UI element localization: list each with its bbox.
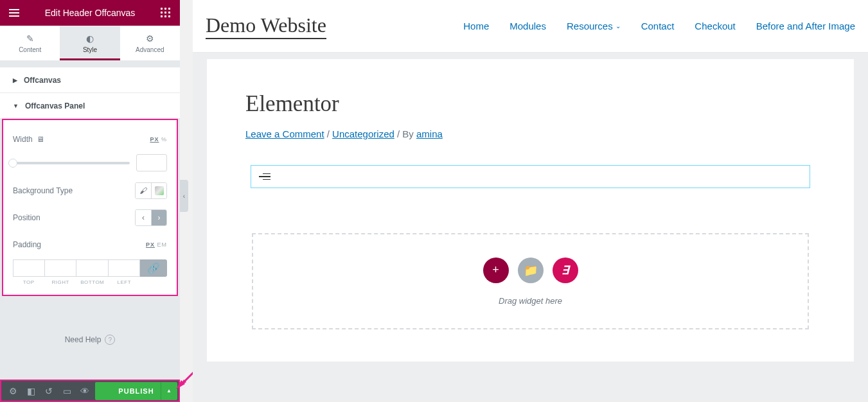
add-template-button[interactable]: 📁 [518,258,544,283]
section-offcanvas-panel-label: Offcanvas Panel [25,101,85,110]
chevron-down-icon: ⌄ [616,22,621,30]
site-title[interactable]: Demo Website [206,13,326,39]
add-ekit-button[interactable]: ∃ [553,258,578,283]
caret-down-icon: ▼ [13,103,19,109]
tab-content-label: Content [19,46,41,53]
nav-resources[interactable]: Resources ⌄ [567,21,621,31]
publish-button[interactable]: PUBLISH ▲ [95,382,177,400]
post-meta: Leave a Comment / Uncategorized / By ami… [245,128,815,139]
desktop-icon[interactable]: 🖥 [37,135,44,144]
gear-icon: ⚙ [146,33,154,44]
padding-link-toggle[interactable]: 🔗 [140,259,167,277]
tab-advanced-label: Advanced [136,46,164,53]
nav-contact[interactable]: Contact [641,21,675,31]
padding-units[interactable]: PX EM [146,241,167,248]
position-label: Position [13,213,40,222]
section-offcanvas-label: Offcanvas [24,76,61,85]
bg-type-switch: 🖌 [135,182,167,199]
position-right-option[interactable]: › [151,210,166,225]
nav-home[interactable]: Home [463,21,489,31]
chevron-right-icon: › [158,213,161,222]
contrast-icon: ◐ [86,33,94,44]
padding-control: Padding PX EM TOP RIGHT BOTTOM LEFT 🔗 [13,235,167,285]
section-offcanvas-panel[interactable]: ▼ Offcanvas Panel [0,93,180,119]
position-switch: ‹ › [135,209,167,226]
width-input[interactable] [136,154,167,171]
drop-zone-actions: + 📁 ∃ [483,258,578,283]
publish-options-caret[interactable]: ▲ [161,382,177,400]
category-link[interactable]: Uncategorized [332,128,394,139]
tab-style-label: Style [83,46,97,53]
chevron-left-icon: ‹ [142,213,145,222]
folder-icon: 📁 [524,263,538,277]
section-offcanvas[interactable]: ▶ Offcanvas [0,67,180,93]
bottom-bar: ⚙ ◧ ↺ ▭ 👁 PUBLISH ▲ [0,380,180,402]
width-slider[interactable] [13,162,130,164]
padding-label: Padding [13,240,41,249]
width-control: Width 🖥 PX % [13,130,167,149]
site-header: Demo Website Home Modules Resources ⌄ Co… [193,0,868,53]
width-slider-row [13,154,167,171]
padding-bottom-input[interactable] [76,259,109,277]
preview-icon[interactable]: 👁 [76,382,94,400]
author-link[interactable]: amina [416,128,443,139]
collapse-handle[interactable]: ‹ [180,180,188,212]
nav-before-after[interactable]: Before and After Image [756,21,855,31]
padding-inputs: TOP RIGHT BOTTOM LEFT 🔗 [13,259,167,285]
position-left-option[interactable]: ‹ [136,210,151,225]
drop-zone-text: Drag widget here [499,296,562,306]
panel-title: Edit Header Offcanvas [45,8,136,18]
widgets-grid-icon[interactable] [159,6,172,19]
plus-icon: + [492,263,499,277]
responsive-icon[interactable]: ▭ [58,382,76,400]
gradient-icon [155,186,164,195]
tab-style[interactable]: ◐ Style [60,26,120,60]
add-section-button[interactable]: + [483,258,509,283]
sidebar-header: Edit Header Offcanvas [0,0,180,26]
help-icon: ? [105,335,115,345]
tab-content[interactable]: ✎ Content [0,26,60,60]
navigator-icon[interactable]: ◧ [22,382,40,400]
link-icon: 🔗 [147,262,160,274]
padding-top-input[interactable] [13,259,45,277]
nav-menu: Home Modules Resources ⌄ Contact Checkou… [463,21,855,31]
settings-icon[interactable]: ⚙ [4,382,22,400]
bg-type-control: Background Type 🖌 [13,181,167,200]
ekit-icon: ∃ [562,263,569,277]
post-body: Elementor Leave a Comment / Uncategorize… [207,59,854,362]
leave-comment-link[interactable]: Leave a Comment [245,128,324,139]
width-label: Width [13,135,33,144]
width-units[interactable]: PX % [150,136,167,143]
offcanvas-widget[interactable] [251,165,810,188]
need-help[interactable]: Need Help ? [0,335,180,345]
padding-right-input[interactable] [45,259,77,277]
position-control: Position ‹ › [13,208,167,227]
padding-left-input[interactable] [109,259,141,277]
menu-icon[interactable] [8,6,21,19]
caret-right-icon: ▶ [13,77,17,83]
pencil-icon: ✎ [26,33,34,44]
drop-zone[interactable]: + 📁 ∃ Drag widget here [252,233,809,329]
tabs: ✎ Content ◐ Style ⚙ Advanced [0,26,180,61]
brush-icon: 🖌 [139,186,147,195]
elementor-sidebar: Edit Header Offcanvas ✎ Content ◐ Style … [0,0,180,380]
chevron-left-icon: ‹ [183,193,185,200]
bg-gradient-option[interactable] [151,183,166,198]
tab-advanced[interactable]: ⚙ Advanced [120,26,180,60]
offcanvas-panel-controls: Width 🖥 PX % Background Type 🖌 P [2,119,178,296]
page-heading: Elementor [245,91,815,117]
nav-modules[interactable]: Modules [509,21,546,31]
preview-area: Demo Website Home Modules Resources ⌄ Co… [193,0,868,402]
history-icon[interactable]: ↺ [40,382,58,400]
bg-classic-option[interactable]: 🖌 [136,183,151,198]
nav-checkout[interactable]: Checkout [695,21,735,31]
bg-type-label: Background Type [13,186,73,195]
offcanvas-toggle-icon [259,173,270,180]
